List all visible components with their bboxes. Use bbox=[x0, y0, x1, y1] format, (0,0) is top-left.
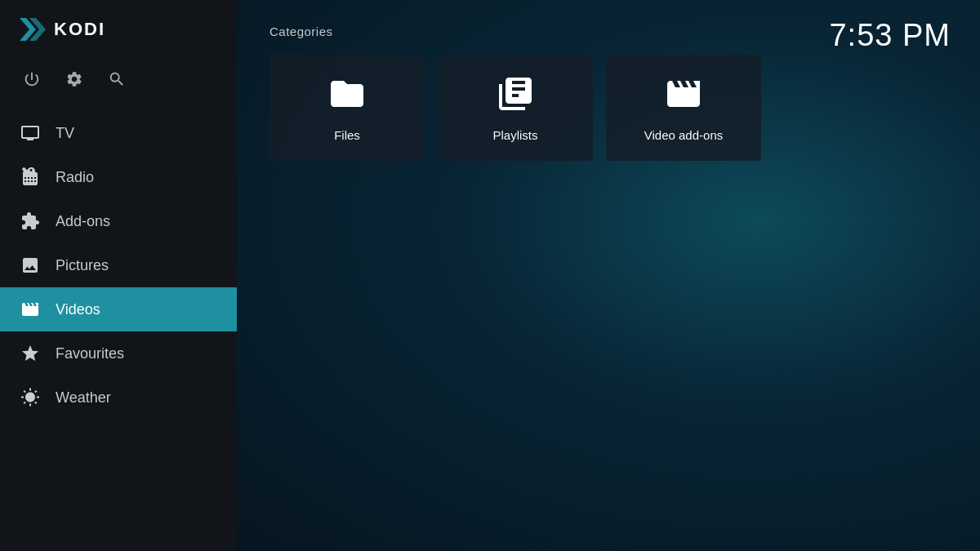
sidebar-item-tv-label: TV bbox=[56, 125, 74, 142]
category-card-files[interactable]: Files bbox=[270, 55, 425, 161]
sidebar-item-weather-label: Weather bbox=[56, 389, 111, 407]
toolbar bbox=[0, 59, 237, 104]
files-label: Files bbox=[334, 128, 360, 142]
radio-icon bbox=[20, 167, 41, 188]
favourites-icon bbox=[20, 343, 41, 364]
files-icon bbox=[327, 74, 367, 118]
sidebar-nav: TV Radio Add-ons Pictures Videos bbox=[0, 111, 237, 551]
category-card-playlists[interactable]: Playlists bbox=[438, 55, 593, 161]
sidebar-item-addons-label: Add-ons bbox=[56, 213, 110, 230]
weather-icon bbox=[20, 387, 41, 408]
video-addons-label: Video add-ons bbox=[644, 128, 723, 142]
sidebar-item-favourites[interactable]: Favourites bbox=[0, 331, 237, 375]
sidebar-header: KODI bbox=[0, 0, 237, 59]
tv-icon bbox=[20, 122, 41, 144]
video-addons-icon bbox=[664, 74, 703, 118]
playlists-label: Playlists bbox=[492, 128, 537, 142]
category-grid: Files Playlists Video add-ons bbox=[270, 55, 947, 161]
sidebar-item-pictures-label: Pictures bbox=[56, 257, 109, 274]
settings-button[interactable] bbox=[65, 70, 83, 93]
sidebar-item-pictures[interactable]: Pictures bbox=[0, 243, 237, 287]
main-content: 7:53 PM Categories Files Playlists bbox=[237, 0, 980, 551]
power-button[interactable] bbox=[23, 70, 41, 93]
sidebar-item-weather[interactable]: Weather bbox=[0, 375, 237, 420]
category-card-video-addons[interactable]: Video add-ons bbox=[606, 55, 761, 161]
playlists-icon bbox=[496, 74, 535, 118]
app-title: KODI bbox=[54, 19, 105, 40]
clock: 7:53 PM bbox=[829, 18, 951, 53]
sidebar-item-tv[interactable]: TV bbox=[0, 111, 237, 155]
sidebar-item-addons[interactable]: Add-ons bbox=[0, 199, 237, 243]
sidebar-item-radio-label: Radio bbox=[56, 169, 94, 186]
videos-icon bbox=[20, 299, 41, 320]
kodi-logo-icon bbox=[16, 15, 46, 44]
sidebar-item-videos[interactable]: Videos bbox=[0, 287, 237, 331]
sidebar: KODI TV Radi bbox=[0, 0, 237, 551]
sidebar-item-radio[interactable]: Radio bbox=[0, 155, 237, 199]
addons-icon bbox=[20, 211, 41, 232]
sidebar-item-favourites-label: Favourites bbox=[56, 345, 124, 362]
sidebar-item-videos-label: Videos bbox=[56, 301, 100, 318]
search-button[interactable] bbox=[108, 70, 126, 93]
pictures-icon bbox=[20, 255, 41, 276]
